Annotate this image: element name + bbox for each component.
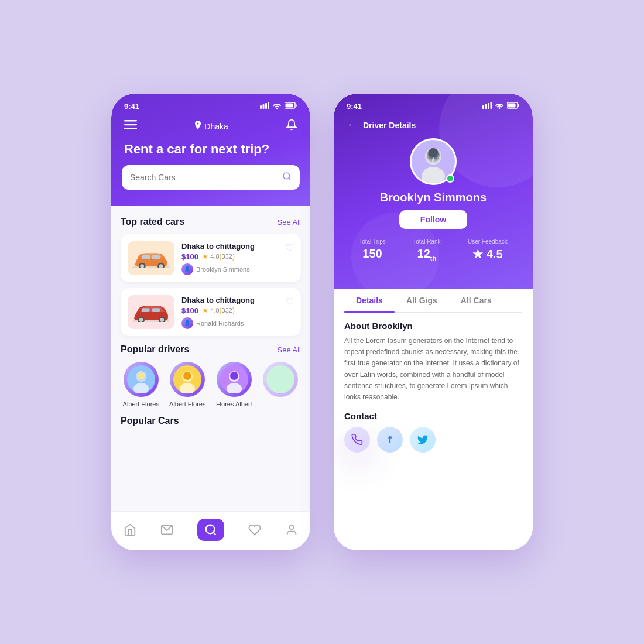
avatar-wrapper — [410, 138, 457, 185]
total-trips-label: Total Trips — [359, 238, 386, 245]
right-header: 9:41 ← Driver Details — [334, 94, 533, 289]
tab-details[interactable]: Details — [344, 289, 395, 312]
driver-avatar-1: 👤 — [181, 263, 193, 275]
svg-point-32 — [183, 372, 191, 380]
nav-profile[interactable] — [285, 523, 298, 536]
car-driver-1: 👤 Brooklyn Simmons — [181, 263, 294, 275]
stat-total-trips: Total Trips 150 — [359, 238, 386, 262]
left-phone: 9:41 — [111, 94, 310, 550]
contact-phone-icon[interactable] — [344, 427, 370, 453]
wifi-icon — [272, 102, 282, 111]
feedback-label: User Feedback — [468, 238, 508, 245]
back-nav: ← Driver Details — [334, 114, 533, 138]
bell-icon[interactable] — [286, 119, 297, 133]
about-title: About Brookllyn — [344, 321, 522, 331]
favorite-icon-1[interactable]: ♡ — [286, 242, 294, 254]
right-body: Details All Gigs All Cars About Brooklly… — [334, 289, 533, 546]
stat-total-rank: Total Rank 12th — [413, 238, 440, 262]
left-status-bar: 9:41 — [111, 94, 310, 114]
left-body: Top rated cars See All — [111, 206, 310, 540]
bottom-nav — [111, 511, 310, 550]
popular-drivers-section: Popular drivers See All — [121, 344, 301, 407]
online-indicator — [446, 174, 454, 183]
popular-drivers-title: Popular drivers — [121, 344, 189, 355]
car-thumb-orange — [128, 241, 174, 275]
svg-point-39 — [206, 525, 215, 534]
right-status-bar: 9:41 — [334, 94, 533, 114]
search-icon — [282, 172, 292, 183]
svg-rect-22 — [142, 308, 150, 312]
car-info-1: Dhaka to chittagong $100 ★ 4.8(332) 👤 Br… — [181, 242, 294, 275]
svg-rect-46 — [508, 104, 516, 108]
stats-row: Total Trips 150 Total Rank 12th User Fee… — [345, 238, 521, 262]
tab-all-cars[interactable]: All Cars — [449, 289, 503, 312]
total-rank-value: 12th — [413, 247, 440, 262]
contact-twitter-icon[interactable] — [410, 427, 436, 453]
stat-feedback: User Feedback ★ 4.5 — [468, 238, 508, 262]
right-status-icons — [482, 102, 520, 111]
search-input[interactable] — [130, 173, 278, 182]
car-thumb-pink — [128, 295, 174, 329]
popular-cars-section: Popular Cars — [121, 416, 301, 426]
header-title: Rent a car for next trip? — [111, 136, 310, 165]
driver-avatar-2: 👤 — [181, 317, 193, 329]
tab-all-gigs[interactable]: All Gigs — [395, 289, 449, 312]
svg-point-37 — [266, 365, 294, 393]
driver-item-4 — [261, 362, 302, 407]
svg-rect-5 — [286, 104, 293, 108]
car-title-1: Dhaka to chittagong — [181, 242, 294, 251]
car-price-2: $100 — [181, 306, 198, 315]
follow-button[interactable]: Follow — [399, 210, 467, 229]
nav-mail[interactable] — [160, 523, 173, 536]
left-status-icons — [260, 102, 297, 111]
contact-facebook-icon[interactable]: f — [377, 427, 403, 453]
right-signal-icon — [482, 102, 492, 111]
nav-home[interactable] — [124, 523, 136, 536]
menu-icon[interactable] — [124, 120, 137, 132]
driver-avatar-flores — [217, 362, 252, 397]
right-wifi-icon — [495, 102, 504, 111]
car-price-row-1: $100 ★ 4.8(332) — [181, 252, 294, 261]
right-time: 9:41 — [347, 102, 362, 111]
drivers-row: Albert Flores Albert Flores — [121, 362, 301, 407]
driver-item-1[interactable]: Albert Flores — [121, 362, 162, 407]
top-rated-header: Top rated cars See All — [121, 217, 301, 227]
back-button[interactable]: ← — [347, 119, 357, 131]
favorite-icon-2[interactable]: ♡ — [286, 296, 294, 307]
nav-favorites[interactable] — [248, 523, 261, 536]
svg-point-53 — [429, 148, 438, 157]
top-rated-title: Top rated cars — [121, 217, 184, 227]
svg-point-14 — [159, 264, 163, 268]
svg-point-12 — [140, 264, 144, 268]
left-nav-bar: Dhaka — [111, 114, 310, 136]
svg-rect-23 — [152, 308, 160, 312]
driver-item-3[interactable]: Flores Albert — [214, 362, 255, 407]
svg-rect-45 — [507, 102, 518, 108]
driver-name-2: Albert Flores — [169, 400, 205, 407]
right-battery-icon — [507, 102, 520, 111]
svg-rect-16 — [152, 255, 160, 259]
driver-details-title: Driver Details — [363, 121, 416, 130]
search-bar[interactable] — [122, 165, 300, 190]
profile-section: Brooklyn Simmons Follow Total Trips 150 … — [334, 138, 533, 271]
nav-search[interactable] — [197, 519, 224, 541]
signal-icon — [260, 102, 269, 111]
top-rated-see-all[interactable]: See All — [278, 218, 301, 227]
right-phone: 9:41 ← Driver Details — [334, 94, 533, 550]
popular-cars-title: Popular Cars — [121, 416, 179, 426]
tabs-row: Details All Gigs All Cars — [344, 289, 522, 313]
car-rating-1: ★ 4.8(332) — [202, 252, 235, 261]
svg-rect-15 — [142, 255, 150, 259]
popular-drivers-see-all[interactable]: See All — [278, 345, 301, 354]
left-time: 9:41 — [124, 102, 139, 111]
driver-item-2[interactable]: Albert Flores — [167, 362, 208, 407]
svg-rect-43 — [488, 103, 489, 109]
svg-rect-6 — [124, 120, 137, 122]
feedback-value: ★ 4.5 — [468, 247, 508, 261]
driver-avatar-4 — [263, 362, 298, 397]
svg-point-36 — [230, 372, 238, 380]
svg-rect-0 — [260, 105, 262, 109]
car-card-1[interactable]: Dhaka to chittagong $100 ★ 4.8(332) 👤 Br… — [121, 234, 301, 282]
car-card-2[interactable]: Dhaka to chittagong $100 ★ 4.8(332) 👤 Ro… — [121, 288, 301, 336]
svg-rect-2 — [265, 103, 267, 109]
